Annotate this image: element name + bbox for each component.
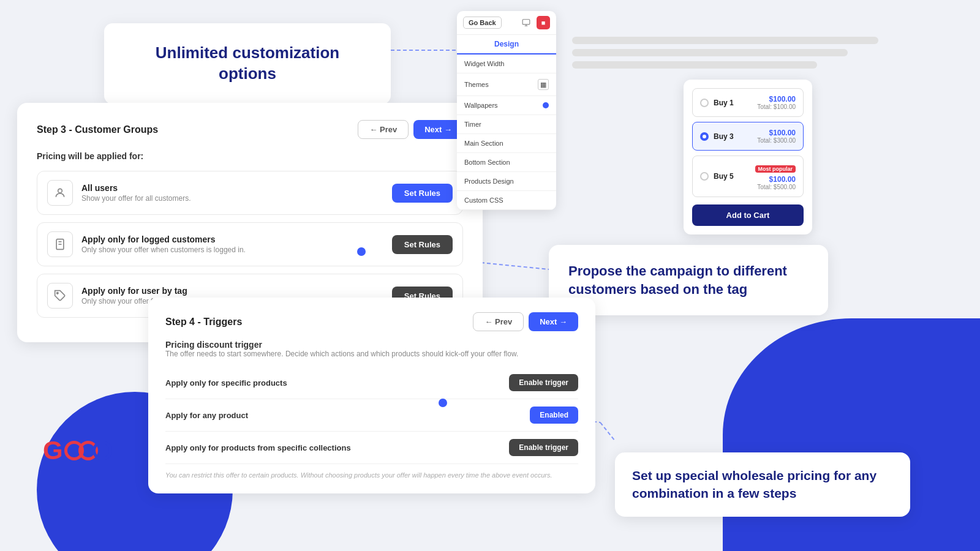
trigger-label: Pricing discount trigger — [165, 340, 578, 350]
dot-connector-1 — [357, 247, 366, 256]
buy-option-5[interactable]: Buy 5 Most popular $100.00 Total: $500.0… — [692, 156, 804, 197]
svg-point-0 — [58, 189, 62, 193]
buy-total-3: Total: $300.00 — [757, 137, 796, 144]
panel-themes: Themes ▦ — [457, 73, 556, 96]
buy-option-1[interactable]: Buy 1 $100.00 Total: $100.00 — [692, 88, 804, 117]
svg-point-4 — [57, 293, 59, 294]
wholesale-text: Set up special wholesale pricing for any… — [632, 467, 893, 502]
buy-price-5: $100.00 — [755, 175, 796, 184]
set-rules-logged-button[interactable]: Set Rules — [392, 235, 453, 254]
step4-prev-button[interactable]: ← Prev — [473, 312, 524, 331]
logo-circles — [64, 441, 112, 460]
buy-option-3[interactable]: Buy 3 $100.00 Total: $300.00 — [692, 122, 804, 151]
buy-label-5: Buy 5 — [714, 172, 734, 181]
svg-line-13 — [600, 422, 615, 441]
go-back-button[interactable]: Go Back — [463, 17, 502, 29]
trigger-row-collections: Apply only for products from specific co… — [165, 432, 578, 464]
step3-header: Step 3 - Customer Groups ← Prev Next → — [37, 120, 463, 139]
group-row-logged: Apply only for logged customers Only sho… — [37, 222, 463, 266]
svg-rect-5 — [522, 20, 530, 24]
group-row-all-users: All users Show your offer for all custom… — [37, 171, 463, 215]
wholesale-callout: Set up special wholesale pricing for any… — [615, 452, 910, 517]
buy-price-3: $100.00 — [757, 129, 796, 137]
group-desc-all-users: Show your offer for all customers. — [81, 194, 191, 203]
step3-next-button[interactable]: Next → — [413, 120, 463, 139]
buy-radio-5 — [700, 172, 709, 181]
step4-title: Step 4 - Triggers — [165, 317, 242, 328]
group-name-tag: Apply only for user by tag — [81, 286, 200, 296]
design-panel: Go Back ■ Design Widget Width Themes ▦ W… — [457, 11, 556, 210]
panel-widget-width: Widget Width — [457, 54, 556, 73]
logo: G — [43, 436, 112, 465]
trigger-row-any: Apply for any product Enabled — [165, 399, 578, 432]
trigger-label-specific: Apply only for specific products — [165, 378, 287, 388]
group-name-logged: Apply only for logged customers — [81, 234, 246, 244]
buy-total-1: Total: $100.00 — [757, 103, 796, 110]
logo-circle-3 — [92, 441, 112, 460]
logo-letter: G — [43, 436, 63, 465]
panel-wallpapers: Wallpapers — [457, 96, 556, 115]
enable-trigger-specific-button[interactable]: Enable trigger — [509, 374, 578, 391]
design-tab[interactable]: Design — [457, 35, 556, 54]
propose-text: Propose the campaign to different custom… — [568, 262, 809, 298]
trigger-note: You can restrict this offer to certain p… — [165, 471, 578, 479]
dot-connector-2 — [439, 399, 447, 407]
panel-products-design: Products Design — [457, 172, 556, 191]
step3-title: Step 3 - Customer Groups — [37, 124, 158, 135]
group-icon-all-users — [47, 180, 73, 206]
buy-options-card: Buy 1 $100.00 Total: $100.00 Buy 3 $100.… — [684, 80, 812, 234]
panel-bottom-section: Bottom Section — [457, 153, 556, 172]
skeleton-lines — [572, 37, 878, 73]
buy-radio-1 — [700, 99, 709, 107]
unlimited-card: Unlimited customization options — [104, 23, 391, 104]
group-desc-logged: Only show your offer when customers is l… — [81, 246, 246, 254]
group-name-all-users: All users — [81, 183, 191, 193]
desktop-icon — [519, 16, 533, 29]
buy-total-5: Total: $500.00 — [755, 184, 796, 190]
buy-radio-3 — [700, 132, 709, 141]
group-icon-logged — [47, 231, 73, 257]
group-icon-tag — [47, 283, 73, 309]
enable-trigger-collections-button[interactable]: Enable trigger — [509, 439, 578, 456]
enabled-any-button[interactable]: Enabled — [530, 407, 578, 424]
step3-prev-button[interactable]: ← Prev — [358, 120, 409, 139]
step4-nav: ← Prev Next → — [473, 312, 578, 331]
trigger-label-any: Apply for any product — [165, 411, 248, 420]
add-to-cart-button[interactable]: Add to Cart — [692, 204, 804, 226]
step3-nav: ← Prev Next → — [358, 120, 463, 139]
step4-header: Step 4 - Triggers ← Prev Next → — [165, 312, 578, 331]
trigger-label-collections: Apply only for products from specific co… — [165, 443, 351, 452]
panel-timer: Timer — [457, 115, 556, 134]
unlimited-title: Unlimited customization options — [129, 43, 366, 84]
pricing-label: Pricing will be applied for: — [37, 151, 463, 161]
step4-next-button[interactable]: Next → — [529, 312, 578, 331]
panel-custom-css: Custom CSS — [457, 191, 556, 210]
panel-top-bar: Go Back ■ — [457, 11, 556, 35]
trigger-row-specific: Apply only for specific products Enable … — [165, 367, 578, 399]
set-rules-all-users-button[interactable]: Set Rules — [392, 184, 453, 203]
trigger-desc: The offer needs to start somewhere. Deci… — [165, 350, 578, 358]
step4-card: Step 4 - Triggers ← Prev Next → Pricing … — [148, 298, 595, 493]
buy-price-1: $100.00 — [757, 95, 796, 103]
badge-popular: Most popular — [755, 165, 796, 173]
panel-main-section: Main Section — [457, 134, 556, 153]
buy-label-3: Buy 3 — [714, 132, 734, 141]
panel-red-icon: ■ — [537, 16, 550, 29]
buy-label-1: Buy 1 — [714, 99, 734, 107]
